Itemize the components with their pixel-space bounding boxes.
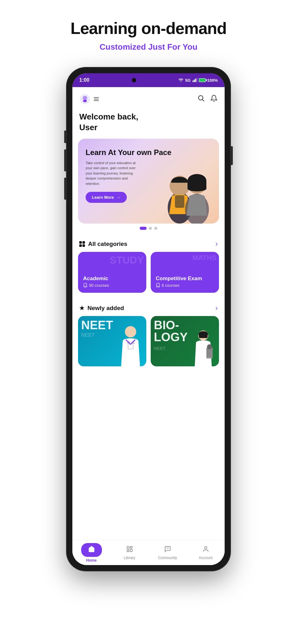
svg-rect-0 [193, 80, 193, 82]
learn-more-button[interactable]: Learn More → [86, 192, 127, 203]
page-title: Learning on-demand [70, 19, 227, 38]
categories-see-all[interactable]: › [216, 240, 218, 248]
nav-community-label: Community [158, 556, 177, 560]
newly-added-grid: NEET NEET [72, 316, 225, 373]
competitive-label: Competitive Exam [156, 275, 214, 282]
account-icon [202, 546, 209, 554]
svg-point-26 [205, 546, 207, 548]
page-subtitle: Customized Just For You [70, 42, 227, 52]
banner-description: Take control of your education at your o… [86, 160, 139, 186]
library-icon [126, 546, 133, 554]
newly-added-title: ★ Newly added [79, 305, 124, 312]
competitive-bg-text: MATHS [192, 254, 216, 262]
volume-up-button [64, 149, 66, 171]
svg-rect-22 [127, 546, 129, 549]
neet-course-card[interactable]: NEET NEET [78, 316, 146, 366]
doctor-illustration [118, 325, 143, 366]
banner-card: Learn At Your own Pace Take control of y… [78, 139, 219, 224]
neet-subtitle: NEET [81, 332, 95, 338]
star-icon: ★ [79, 305, 84, 312]
svg-rect-1 [194, 80, 195, 82]
grid-icon [79, 241, 85, 247]
phone-wrapper: 1:00 5G [67, 68, 230, 571]
home-icon [88, 546, 95, 554]
banner-dot-2[interactable] [149, 227, 152, 230]
svg-rect-21 [207, 357, 212, 358]
svg-point-5 [83, 100, 87, 102]
volume-down-button [64, 178, 66, 200]
svg-point-6 [199, 96, 203, 100]
biology-course-card[interactable]: BIO-LOGY NEET [151, 316, 219, 366]
silent-button [64, 130, 66, 143]
battery-icon [199, 78, 206, 82]
banner-content: Learn At Your own Pace Take control of y… [86, 147, 211, 203]
nav-account[interactable]: Account [187, 540, 225, 565]
nav-home[interactable]: Home [72, 540, 110, 565]
banner-dot-1[interactable] [140, 227, 147, 230]
newly-added-see-all[interactable]: › [216, 304, 218, 312]
svg-rect-3 [196, 78, 197, 82]
notification-icon[interactable] [210, 95, 218, 103]
banner-section: Learn At Your own Pace Take control of y… [72, 139, 225, 235]
categories-title: All categories [79, 241, 127, 247]
phone-frame: 1:00 5G [67, 68, 230, 571]
neet-title: NEET [81, 319, 113, 331]
biologist-illustration [189, 329, 217, 366]
nav-community[interactable]: Community [148, 540, 187, 565]
svg-rect-25 [127, 550, 129, 552]
logo-area [79, 93, 99, 105]
phone-screen: 1:00 5G [72, 73, 225, 565]
svg-rect-2 [195, 79, 196, 82]
newly-added-section-header: ★ Newly added › [72, 299, 225, 316]
wifi-icon [178, 78, 183, 82]
categories-grid: Study Academic 90 courses MATHS [72, 252, 225, 299]
banner-title: Learn At Your own Pace [86, 147, 211, 157]
search-icon[interactable] [198, 95, 205, 103]
banner-dot-3[interactable] [154, 227, 157, 230]
competitive-count: 6 courses [156, 283, 214, 288]
categories-section-header: All categories › [72, 235, 225, 252]
signal-icon [192, 78, 197, 82]
svg-point-13 [125, 326, 136, 337]
nav-account-label: Account [199, 556, 212, 560]
community-icon [164, 546, 171, 554]
welcome-section: Welcome back, User [72, 108, 225, 139]
nav-library-label: Library [124, 556, 135, 560]
competitive-exam-category-card[interactable]: MATHS Competitive Exam 6 courses [151, 252, 219, 293]
academic-category-card[interactable]: Study Academic 90 courses [78, 252, 146, 293]
academic-count: 90 courses [83, 283, 141, 288]
book-icon-2 [156, 283, 160, 287]
front-camera [132, 78, 136, 82]
biology-title: BIO-LOGY [154, 319, 188, 343]
menu-icon[interactable] [94, 97, 99, 101]
status-time: 1:00 [79, 77, 89, 83]
nav-library[interactable]: Library [110, 540, 148, 565]
book-icon [83, 283, 87, 287]
svg-rect-23 [130, 546, 132, 548]
svg-line-7 [203, 100, 205, 102]
svg-point-20 [207, 344, 212, 349]
signal-text: 5G [185, 78, 190, 83]
app-logo [79, 93, 91, 105]
svg-rect-24 [130, 549, 132, 552]
academic-label: Academic [83, 275, 141, 282]
app-header [72, 87, 225, 108]
nav-home-label: Home [86, 558, 97, 563]
banner-dots [78, 224, 219, 231]
bottom-nav: Home Library [72, 540, 225, 565]
status-bar: 1:00 5G [72, 73, 225, 87]
welcome-text: Welcome back, User [79, 112, 218, 133]
battery-text: 100% [207, 78, 218, 83]
page-header: Learning on-demand Customized Just For Y… [64, 0, 233, 61]
academic-bg-text: Study [110, 254, 144, 266]
app-content: Welcome back, User Learn At Your own Pac… [72, 87, 225, 540]
status-icons: 5G 100% [178, 78, 218, 83]
nav-home-icon-wrap [81, 543, 102, 557]
power-button [231, 146, 233, 165]
header-actions [198, 95, 218, 103]
biology-subtitle: NEET [154, 346, 165, 351]
